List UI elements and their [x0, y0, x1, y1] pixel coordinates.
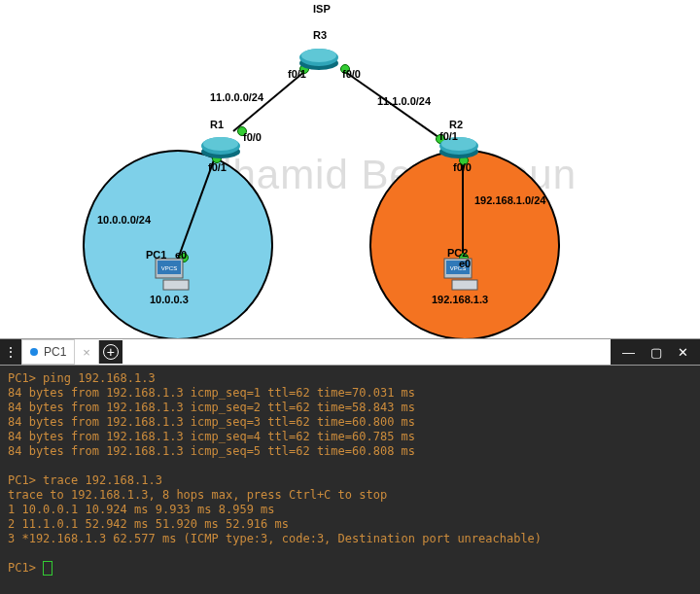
left-lan-subnet: 10.0.0.0/24 — [97, 214, 151, 226]
terminal-line: PC1> ping 192.168.1.3 — [8, 371, 692, 386]
terminal-line: 1 10.0.0.1 10.924 ms 9.933 ms 8.959 ms — [8, 503, 692, 517]
lan-right-circle — [369, 150, 560, 340]
terminal-line: PC1> trace 192.168.1.3 — [8, 473, 692, 488]
svg-point-2 — [301, 49, 336, 62]
isp-label: ISP — [313, 3, 331, 15]
close-icon[interactable]: ✕ — [678, 345, 688, 360]
r2-down-if: f0/0 — [453, 161, 472, 173]
maximize-icon[interactable]: ▢ — [650, 345, 662, 360]
pc1-if: e0 — [175, 249, 187, 261]
right-lan-subnet: 192.168.1.0/24 — [474, 194, 545, 206]
minimize-icon[interactable]: — — [622, 345, 635, 360]
terminal-line: trace to 192.168.1.3, 8 hops max, press … — [8, 488, 692, 503]
close-tab-icon[interactable]: × — [75, 345, 98, 360]
terminal-line: 2 11.1.0.1 52.942 ms 51.920 ms 52.916 ms — [8, 517, 692, 532]
svg-rect-16 — [452, 280, 477, 290]
right-link-subnet: 11.1.0.0/24 — [377, 95, 431, 107]
terminal-prompt: PC1> — [8, 561, 692, 576]
left-link-subnet: 11.0.0.0/24 — [210, 91, 263, 103]
pc2-if: e0 — [459, 258, 471, 269]
terminal-line: 84 bytes from 192.168.1.3 icmp_seq=5 ttl… — [8, 444, 692, 459]
terminal-output[interactable]: PC1> ping 192.168.1.384 bytes from 192.1… — [0, 366, 700, 581]
terminal-line — [8, 459, 692, 473]
pc2-ip: 192.168.1.3 — [432, 294, 488, 305]
r2-label: R2 — [449, 119, 463, 130]
terminal-line: 84 bytes from 192.168.1.3 icmp_seq=2 ttl… — [8, 401, 692, 415]
svg-point-5 — [203, 137, 238, 151]
status-dot-icon — [30, 348, 38, 356]
tab-bar: ⋮ PC1 × + — ▢ ✕ — [0, 338, 700, 366]
window-controls: — ▢ ✕ — [611, 339, 700, 365]
r1-down-if: f0/1 — [208, 161, 227, 173]
terminal-line — [8, 546, 692, 561]
router-r1[interactable] — [199, 132, 242, 159]
r3-label: R3 — [313, 29, 327, 41]
topology-canvas: Abdelhamid Bensadoun VPCS VPCS ISP R3 R1… — [0, 0, 700, 338]
pc1-ip: 10.0.0.3 — [150, 294, 189, 305]
terminal-line: 3 *192.168.1.3 62.577 ms (ICMP type:3, c… — [8, 532, 692, 546]
svg-text:VPCS: VPCS — [161, 265, 177, 271]
tab-title: PC1 — [44, 345, 66, 359]
router-r3[interactable] — [298, 44, 340, 71]
svg-rect-12 — [163, 280, 189, 290]
r1-up-if: f0/0 — [243, 131, 262, 143]
r3-right-if: f0/0 — [342, 68, 361, 80]
r2-up-if: f0/1 — [439, 130, 458, 142]
pc1-label: PC1 — [146, 249, 166, 261]
terminal-line: 84 bytes from 192.168.1.3 icmp_seq=1 ttl… — [8, 386, 692, 401]
terminal-line: 84 bytes from 192.168.1.3 icmp_seq=4 ttl… — [8, 430, 692, 444]
terminal-window: ⋮ PC1 × + — ▢ ✕ PC1> ping 192.168.1.384 … — [0, 338, 700, 594]
add-tab-button[interactable]: + — [98, 340, 122, 364]
terminal-line: 84 bytes from 192.168.1.3 icmp_seq=3 ttl… — [8, 415, 692, 430]
cursor-icon — [43, 561, 52, 576]
tab-pc1[interactable]: PC1 — [21, 339, 75, 365]
pc1-icon[interactable]: VPCS — [152, 257, 192, 292]
r1-label: R1 — [210, 119, 224, 130]
lan-left-circle — [83, 150, 273, 340]
r3-left-if: f0/1 — [288, 68, 306, 80]
drag-handle-icon[interactable]: ⋮ — [0, 339, 21, 365]
